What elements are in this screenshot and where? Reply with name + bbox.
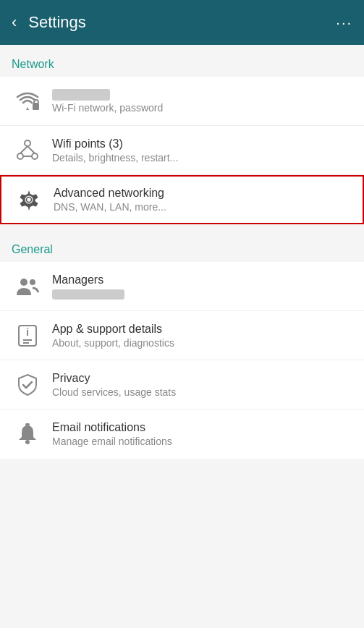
advanced-networking-item[interactable]: Advanced networking DNS, WAN, LAN, more.… [0, 175, 364, 224]
privacy-subtitle: Cloud services, usage stats [52, 386, 352, 398]
wifi-points-subtitle: Details, brightness, restart... [52, 152, 352, 164]
more-options-button[interactable]: ··· [336, 14, 352, 31]
svg-rect-0 [33, 103, 39, 110]
email-notifications-item[interactable]: Email notifications Manage email notific… [0, 410, 364, 459]
email-notifications-text: Email notifications Manage email notific… [43, 421, 352, 447]
info-icon: i [12, 324, 43, 347]
advanced-networking-subtitle: DNS, WAN, LAN, more... [54, 201, 351, 213]
wifi-item[interactable]: Wi-Fi network, password [0, 77, 364, 126]
svg-text:i: i [26, 326, 29, 338]
wifi-title [52, 89, 110, 101]
managers-text: Managers [43, 273, 352, 300]
back-button[interactable]: ‹ [12, 13, 17, 32]
gear-icon [13, 189, 45, 211]
wifi-text: Wi-Fi network, password [43, 89, 352, 114]
svg-point-16 [25, 440, 30, 444]
svg-line-4 [20, 146, 27, 153]
section-network: Network Wi-Fi network, password [0, 45, 364, 224]
app-support-text: App & support details About, support, di… [43, 323, 352, 349]
svg-point-11 [30, 279, 35, 285]
wifi-icon [12, 91, 43, 111]
privacy-title: Privacy [52, 372, 352, 385]
email-notifications-subtitle: Manage email notifications [52, 436, 352, 447]
privacy-item[interactable]: Privacy Cloud services, usage stats [0, 360, 364, 410]
managers-item[interactable]: Managers [0, 262, 364, 311]
email-notifications-title: Email notifications [52, 421, 352, 434]
section-label-network: Network [0, 45, 364, 77]
svg-point-3 [32, 153, 38, 159]
advanced-networking-text: Advanced networking DNS, WAN, LAN, more.… [45, 187, 351, 213]
wifi-points-text: Wifi points (3) Details, brightness, res… [43, 137, 352, 164]
general-settings-list: Managers i App & support details About, … [0, 262, 364, 459]
wifi-points-item[interactable]: Wifi points (3) Details, brightness, res… [0, 126, 364, 175]
managers-title: Managers [52, 273, 352, 287]
people-icon [12, 276, 43, 297]
network-settings-list: Wi-Fi network, password Wifi points (3) … [0, 77, 364, 224]
svg-point-10 [20, 279, 27, 286]
privacy-text: Privacy Cloud services, usage stats [43, 372, 352, 398]
section-general: General Managers i [0, 230, 364, 459]
svg-point-1 [25, 140, 30, 146]
shield-icon [12, 373, 43, 396]
svg-point-2 [17, 153, 23, 159]
nodes-icon [12, 139, 43, 162]
app-support-subtitle: About, support, diagnostics [52, 337, 352, 349]
wifi-subtitle: Wi-Fi network, password [52, 102, 352, 114]
section-gap [0, 224, 364, 230]
section-label-general: General [0, 230, 364, 262]
page-title: Settings [28, 13, 86, 32]
advanced-networking-title: Advanced networking [54, 187, 351, 200]
svg-rect-17 [25, 423, 30, 425]
app-support-title: App & support details [52, 323, 352, 336]
app-header: ‹ Settings ··· [0, 0, 364, 45]
header-left: ‹ Settings [12, 13, 86, 32]
app-support-item[interactable]: i App & support details About, support, … [0, 311, 364, 360]
bell-icon [12, 423, 43, 446]
svg-line-5 [27, 146, 35, 153]
wifi-points-title: Wifi points (3) [52, 137, 352, 150]
managers-subtitle-blurred [52, 289, 124, 300]
